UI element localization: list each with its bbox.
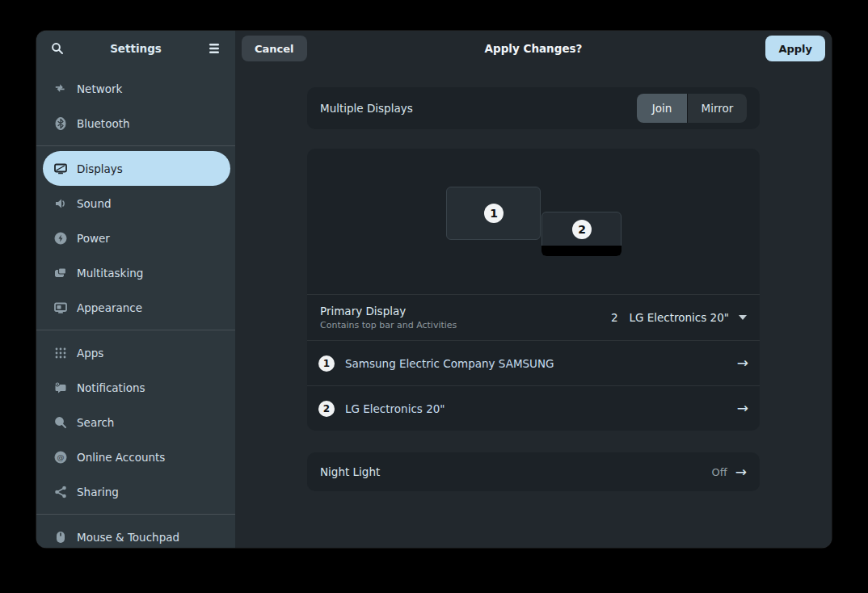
sidebar-item-label: Search	[77, 416, 114, 429]
sound-icon	[54, 197, 67, 210]
primary-display-value: LG Electronics 20"	[629, 311, 729, 324]
sidebar-item-label: Mouse & Touchpad	[77, 531, 179, 544]
sidebar-item-label: Bluetooth	[77, 117, 130, 130]
sidebar-item-label: Sharing	[77, 486, 119, 498]
sidebar-item-appearance[interactable]: Appearance	[36, 290, 235, 325]
primary-display-title: Primary Display	[320, 305, 611, 318]
sidebar-item-label: Sound	[77, 197, 112, 210]
sidebar-separator	[36, 514, 235, 515]
chevron-down-icon	[739, 315, 747, 320]
sidebar-item-multitasking[interactable]: Multitasking	[36, 255, 235, 290]
displays-icon	[54, 162, 67, 175]
sidebar-item-sharing[interactable]: Sharing	[36, 474, 235, 509]
apply-button[interactable]: Apply	[765, 36, 825, 61]
join-toggle-button[interactable]: Join	[637, 94, 687, 123]
power-icon	[54, 232, 67, 245]
go-next-icon: →	[735, 465, 747, 479]
apps-icon	[54, 347, 67, 360]
go-next-icon: →	[737, 402, 748, 415]
search-icon[interactable]	[47, 38, 68, 59]
mouse-icon	[54, 531, 67, 544]
sidebar-item-power[interactable]: Power	[36, 221, 235, 255]
appearance-icon	[54, 301, 67, 314]
display-row-2-badge: 2	[318, 401, 335, 417]
settings-window: Settings Network Bluetooth Displays Soun…	[36, 31, 832, 548]
sidebar-item-displays[interactable]: Displays	[43, 151, 230, 186]
displays-panel: Multiple Displays Join Mirror 1	[235, 66, 832, 548]
header-bar: Apply Changes? Cancel Apply	[235, 31, 832, 66]
search-item-icon	[54, 416, 67, 429]
multitasking-icon	[54, 267, 67, 280]
sidebar: Settings Network Bluetooth Displays Soun…	[36, 31, 235, 548]
sharing-icon	[54, 486, 67, 498]
display-row-2[interactable]: 2 LG Electronics 20" →	[307, 386, 760, 431]
mirror-toggle-button[interactable]: Mirror	[688, 94, 747, 123]
notifications-icon	[54, 381, 67, 394]
sidebar-item-search[interactable]: Search	[36, 405, 235, 439]
multiple-displays-card: Multiple Displays Join Mirror	[307, 87, 760, 129]
sidebar-item-notifications[interactable]: Notifications	[36, 370, 235, 405]
sidebar-item-bluetooth[interactable]: Bluetooth	[36, 106, 235, 141]
display-row-1-name: Samsung Electric Company SAMSUNG	[345, 357, 727, 370]
sidebar-item-label: Appearance	[77, 301, 142, 314]
sidebar-item-label: Displays	[77, 162, 123, 175]
sidebar-item-apps[interactable]: Apps	[36, 335, 235, 370]
sidebar-item-sound[interactable]: Sound	[36, 186, 235, 221]
primary-display-row[interactable]: Primary Display Contains top bar and Act…	[307, 295, 760, 340]
network-icon	[54, 82, 67, 95]
display-row-1[interactable]: 1 Samsung Electric Company SAMSUNG →	[307, 341, 760, 385]
primary-display-subtitle: Contains top bar and Activities	[320, 320, 611, 330]
night-light-row[interactable]: Night Light Off →	[307, 452, 760, 491]
sidebar-separator	[36, 330, 235, 330]
display-row-1-badge: 1	[318, 355, 335, 372]
display-arrangement-card: 1 2 Primary Display Contains top bar and…	[307, 149, 760, 431]
sidebar-nav: Network Bluetooth Displays Sound Power	[36, 66, 235, 548]
join-mirror-toggle: Join Mirror	[637, 94, 747, 123]
bluetooth-icon	[54, 117, 67, 130]
sidebar-title: Settings	[68, 42, 204, 55]
page-title: Apply Changes?	[235, 42, 832, 55]
main-menu-icon[interactable]	[204, 38, 225, 59]
sidebar-item-label: Online Accounts	[77, 451, 165, 464]
display-1-thumbnail[interactable]: 1	[446, 187, 541, 240]
sidebar-item-label: Network	[77, 82, 122, 95]
display-arrangement-area[interactable]: 1 2	[307, 149, 760, 294]
night-light-label: Night Light	[320, 465, 380, 478]
display-2-thumbnail[interactable]: 2	[541, 212, 622, 256]
go-next-icon: →	[737, 356, 748, 370]
sidebar-item-network[interactable]: Network	[36, 71, 235, 106]
sidebar-separator	[36, 145, 235, 146]
sidebar-item-label: Power	[77, 232, 110, 245]
sidebar-header: Settings	[36, 31, 235, 66]
display-2-badge: 2	[572, 220, 592, 239]
content-pane: Apply Changes? Cancel Apply Multiple Dis…	[235, 31, 832, 548]
cancel-button[interactable]: Cancel	[242, 36, 307, 61]
svg-text:@: @	[57, 453, 65, 461]
sidebar-item-label: Apps	[77, 347, 103, 360]
sidebar-item-label: Notifications	[77, 381, 145, 394]
sidebar-item-label: Multitasking	[77, 267, 143, 280]
primary-display-number: 2	[611, 311, 618, 324]
primary-display-dropdown[interactable]: 2 LG Electronics 20"	[611, 311, 747, 324]
display-row-2-name: LG Electronics 20"	[345, 402, 727, 415]
night-light-status: Off	[712, 466, 727, 478]
online-accounts-icon: @	[54, 451, 67, 464]
night-light-card: Night Light Off →	[307, 452, 760, 491]
sidebar-item-online-accounts[interactable]: @ Online Accounts	[36, 439, 235, 474]
display-1-badge: 1	[484, 204, 504, 223]
multiple-displays-label: Multiple Displays	[320, 102, 637, 115]
multiple-displays-row: Multiple Displays Join Mirror	[307, 87, 760, 129]
sidebar-item-mouse-touchpad[interactable]: Mouse & Touchpad	[36, 519, 235, 548]
